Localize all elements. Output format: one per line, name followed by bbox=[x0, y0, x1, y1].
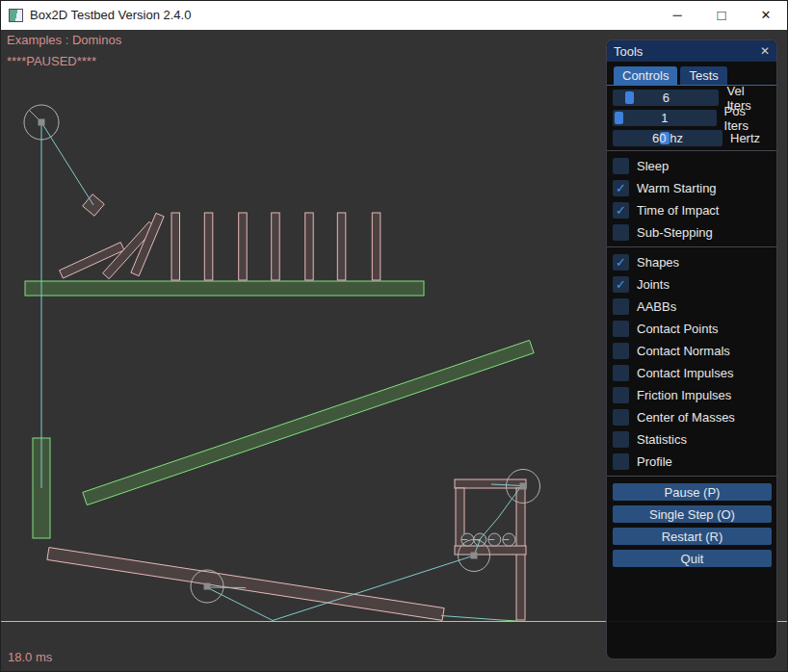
checkbox-contact-points[interactable]: Contact Points bbox=[613, 321, 771, 337]
domino-platform bbox=[25, 281, 424, 296]
checkbox-warm-starting[interactable]: ✓Warm Starting bbox=[613, 180, 771, 196]
hertz-row: 60 hzHertz bbox=[613, 130, 771, 146]
checkbox-section: Sleep✓Warm Starting✓Time of ImpactSub-St… bbox=[613, 158, 771, 470]
checkbox-profile[interactable]: Profile bbox=[613, 453, 771, 470]
frame-time-label: 18.0 ms bbox=[8, 650, 52, 664]
pause-p-button[interactable]: Pause (P) bbox=[613, 483, 772, 501]
check-icon: ✓ bbox=[616, 254, 626, 271]
joint-rope-ground bbox=[441, 616, 501, 621]
domino-standing-5 bbox=[305, 213, 314, 280]
slider-label: Hertz bbox=[730, 131, 760, 145]
checkbox-box[interactable] bbox=[613, 453, 629, 470]
checkbox-label: Profile bbox=[637, 454, 672, 469]
tools-panel-title: Tools bbox=[614, 44, 643, 59]
example-label: Examples : Dominos bbox=[7, 33, 121, 47]
checkbox-friction-impulses[interactable]: Friction Impulses bbox=[613, 387, 771, 403]
panel-body: 6Vel Iters1Pos Iters60 hzHertz Sleep✓War… bbox=[607, 86, 776, 567]
single-step-o-button[interactable]: Single Step (O) bbox=[613, 505, 772, 523]
checkbox-sleep[interactable]: Sleep bbox=[613, 158, 771, 174]
window-title: Box2D Testbed Version 2.4.0 bbox=[30, 8, 191, 22]
checkbox-box[interactable] bbox=[613, 158, 629, 174]
separator bbox=[607, 246, 776, 247]
checkbox-label: Sub-Stepping bbox=[637, 225, 713, 240]
window-controls: ─ □ ✕ bbox=[655, 0, 788, 30]
domino-standing-3 bbox=[239, 213, 248, 280]
frame-shelf bbox=[455, 546, 526, 555]
checkbox-label: Shapes bbox=[637, 255, 679, 270]
checkbox-box[interactable] bbox=[613, 224, 629, 241]
domino-standing-6 bbox=[337, 213, 346, 280]
checkbox-box[interactable] bbox=[613, 343, 629, 359]
checkbox-center-of-masses[interactable]: Center of Masses bbox=[613, 409, 771, 426]
tab-controls[interactable]: Controls bbox=[614, 66, 677, 85]
separator bbox=[607, 476, 776, 477]
simulation-canvas[interactable]: Examples : Dominos ****PAUSED**** 18.0 m… bbox=[0, 30, 788, 672]
slider-label: Pos Iters bbox=[724, 104, 771, 133]
domino-standing-1 bbox=[171, 213, 180, 280]
checkbox-label: Contact Normals bbox=[637, 344, 730, 358]
checkbox-label: AABBs bbox=[637, 299, 676, 314]
hertz-slider[interactable]: 60 hz bbox=[613, 130, 722, 146]
checkbox-label: Sleep bbox=[637, 159, 669, 173]
checkbox-shapes[interactable]: ✓Shapes bbox=[613, 254, 771, 271]
slider-value: 6 bbox=[613, 90, 719, 106]
checkbox-label: Warm Starting bbox=[637, 181, 717, 195]
close-button[interactable]: ✕ bbox=[744, 0, 788, 30]
pos-iters-row: 1Pos Iters bbox=[613, 110, 771, 126]
check-icon: ✓ bbox=[616, 276, 626, 293]
domino-standing-7 bbox=[372, 213, 381, 280]
tools-panel-titlebar[interactable]: Tools ✕ bbox=[607, 40, 776, 62]
checkbox-label: Statistics bbox=[637, 432, 687, 447]
checkbox-sub-stepping[interactable]: Sub-Stepping bbox=[613, 224, 771, 241]
checkbox-label: Friction Impulses bbox=[637, 388, 731, 402]
slider-value: 1 bbox=[613, 110, 717, 126]
slider-section: 6Vel Iters1Pos Iters60 hzHertz bbox=[613, 90, 771, 146]
vel-iters-slider[interactable]: 6 bbox=[613, 90, 719, 106]
origin-marker-anchor bbox=[39, 119, 45, 126]
minimize-button[interactable]: ─ bbox=[655, 0, 699, 30]
origin-marker-seesaw bbox=[204, 583, 211, 590]
domino-standing-4 bbox=[272, 213, 280, 280]
checkbox-label: Joints bbox=[637, 277, 670, 292]
domino-standing-2 bbox=[204, 213, 213, 280]
frame-top-beam bbox=[455, 479, 526, 488]
paused-label: ****PAUSED**** bbox=[7, 54, 96, 68]
checkbox-contact-normals[interactable]: Contact Normals bbox=[613, 343, 771, 359]
checkbox-box[interactable]: ✓ bbox=[613, 276, 629, 293]
window-titlebar[interactable]: Box2D Testbed Version 2.4.0 ─ □ ✕ bbox=[0, 0, 788, 30]
tab-tests[interactable]: Tests bbox=[680, 66, 726, 85]
checkbox-box[interactable] bbox=[613, 387, 629, 403]
checkbox-box[interactable]: ✓ bbox=[613, 202, 629, 219]
tools-panel: Tools ✕ ControlsTests 6Vel Iters1Pos Ite… bbox=[606, 39, 777, 659]
joint-seesaw-axis bbox=[208, 587, 247, 588]
checkbox-box[interactable] bbox=[613, 365, 629, 381]
checkbox-box[interactable]: ✓ bbox=[613, 180, 629, 196]
pos-iters-slider[interactable]: 1 bbox=[613, 110, 717, 126]
slider-value: 60 hz bbox=[613, 130, 722, 146]
checkbox-box[interactable] bbox=[613, 431, 629, 448]
maximize-button[interactable]: □ bbox=[699, 0, 744, 30]
button-section: Pause (P)Single Step (O)Restart (R)Quit bbox=[613, 483, 771, 567]
checkbox-statistics[interactable]: Statistics bbox=[613, 431, 771, 448]
origin-marker-lower-pulley bbox=[471, 553, 478, 559]
checkbox-label: Center of Masses bbox=[637, 410, 735, 425]
checkbox-box[interactable]: ✓ bbox=[613, 254, 629, 271]
check-icon: ✓ bbox=[616, 202, 626, 219]
checkbox-label: Contact Points bbox=[637, 322, 719, 336]
app-icon bbox=[9, 9, 23, 22]
checkbox-contact-impulses[interactable]: Contact Impulses bbox=[613, 365, 771, 381]
check-icon: ✓ bbox=[616, 180, 626, 196]
checkbox-box[interactable] bbox=[613, 321, 629, 337]
checkbox-aabbs[interactable]: AABBs bbox=[613, 298, 771, 315]
checkbox-box[interactable] bbox=[613, 409, 629, 426]
panel-close-icon[interactable]: ✕ bbox=[760, 44, 770, 58]
checkbox-joints[interactable]: ✓Joints bbox=[613, 276, 771, 293]
origin-marker-upper-pulley bbox=[520, 483, 527, 490]
checkbox-time-of-impact[interactable]: ✓Time of Impact bbox=[613, 202, 771, 219]
separator bbox=[607, 150, 776, 151]
checkbox-box[interactable] bbox=[613, 298, 629, 315]
quit-button[interactable]: Quit bbox=[613, 550, 772, 567]
joint-rope-pendulum bbox=[41, 122, 93, 205]
restart-r-button[interactable]: Restart (R) bbox=[613, 528, 772, 545]
rope-ground-green bbox=[501, 620, 517, 621]
